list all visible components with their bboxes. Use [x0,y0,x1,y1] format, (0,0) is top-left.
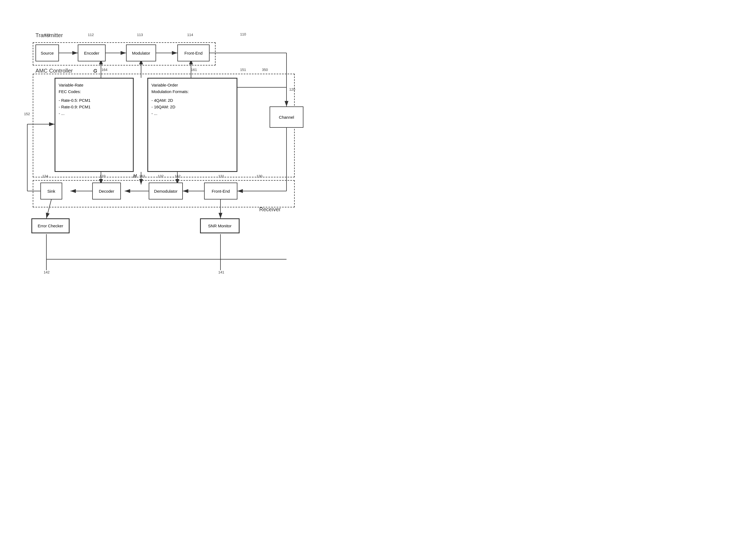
mod-title-line2: Modulation Formats: [151,88,189,95]
ref-113: 113 [137,33,143,37]
g-label: G [93,68,97,74]
ref-163: 163 [139,174,145,178]
snr-monitor-label: SNR Monitor [208,223,232,228]
h-label: H [133,173,137,179]
encoder-block: Encoder [78,44,106,61]
ref-151: 151 [240,68,246,72]
ref-132: 132 [158,174,164,178]
ref-130: 130 [256,174,262,178]
ref-162: 162 [175,174,180,178]
ref-112: 112 [88,33,94,37]
fec-item2: - Rate-0.9: PCM1 [59,104,91,110]
mod-title-line1: Variable-Order [151,82,189,88]
demodulator-label: Demodulator [154,189,178,193]
error-checker-label: Error Checker [38,223,63,228]
fec-title-line2: FEC Codes: [59,88,91,95]
amc-controller-label: AMC Controller [36,68,73,74]
ref-120: 120 [289,87,295,91]
ref-152: 152 [24,112,30,116]
channel-block: Channel [270,106,303,128]
mod-item3: - ... [151,110,189,117]
ref-114: 114 [187,33,193,37]
modulator-block: Modulator [126,44,156,61]
source-label: Source [41,51,54,56]
diagram-container: Source Encoder Modulator Front-End Chann… [0,0,374,280]
ref-141: 141 [218,270,224,274]
ref-110: 110 [240,32,246,36]
frontend-tx-block: Front-End [177,44,210,61]
encoder-label: Encoder [84,51,99,56]
modulator-label: Modulator [132,51,150,56]
frontend-rx-block: Front-End [204,182,237,199]
mod-formats-content: Variable-Order Modulation Formats: - 4QA… [151,82,189,117]
receiver-label: Receiver [259,206,281,213]
frontend-rx-label: Front-End [212,189,230,193]
ref-161: 161 [191,68,197,72]
mod-formats-block: Variable-Order Modulation Formats: - 4QA… [147,78,237,172]
ref-133: 133 [100,174,106,178]
snr-monitor-block: SNR Monitor [200,218,240,233]
fec-title-line1: Variable-Rate [59,82,91,88]
demodulator-block: Demodulator [149,182,183,199]
error-checker-block: Error Checker [31,218,69,233]
fec-codes-content: Variable-Rate FEC Codes: - Rate-0.5: PCM… [59,82,91,117]
ref-131: 131 [218,174,224,178]
fec-item1: - Rate-0.5: PCM1 [59,97,91,104]
fec-codes-block: Variable-Rate FEC Codes: - Rate-0.5: PCM… [55,78,134,172]
frontend-tx-label: Front-End [185,51,203,56]
ref-142: 142 [44,270,50,274]
ref-164: 164 [102,68,107,72]
ref-134: 134 [42,174,48,178]
ref-350: 350 [262,68,268,72]
source-block: Source [36,44,59,61]
channel-label: Channel [279,115,294,120]
ref-111: 111 [44,33,50,37]
sink-block: Sink [40,182,62,199]
decoder-label: Decoder [99,189,114,193]
decoder-block: Decoder [92,182,121,199]
mod-item1: - 4QAM: 2D [151,97,189,104]
sink-label: Sink [47,189,55,193]
fec-item3: - ... [59,110,91,117]
mod-item2: - 16QAM: 2D [151,104,189,110]
